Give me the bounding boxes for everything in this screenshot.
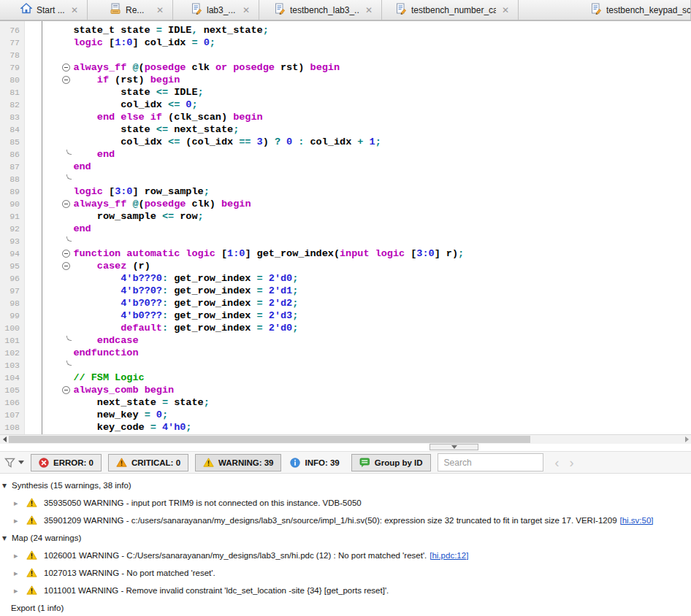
message-row[interactable]: ▸35901209 WARNING - c:/users/sanarayanan…	[0, 512, 691, 529]
line-number: 82	[0, 99, 25, 111]
next-result-button[interactable]: ›	[570, 456, 574, 469]
fold-collapse-toggle[interactable]	[62, 262, 70, 270]
tab-testbench-keypad-scan[interactable]: testbench_keypad_scan	[519, 0, 691, 20]
code-text: default: get_row_index = 2'd0;	[50, 322, 298, 334]
tab-close-icon[interactable]: ✕	[237, 6, 250, 15]
message-group-header[interactable]: ▾Synthesis (15 warnings, 38 info)	[0, 477, 691, 494]
code-line[interactable]: 107 new_key = 0;	[0, 409, 691, 421]
code-line[interactable]: 77 logic [1:0] col_idx = 0;	[0, 36, 691, 49]
fold-collapse-toggle[interactable]	[62, 63, 70, 72]
tab-close-icon[interactable]: ✕	[359, 6, 373, 15]
collapse-expanded-icon[interactable]: ▾	[2, 533, 10, 543]
expand-collapsed-icon[interactable]: ▸	[14, 516, 21, 525]
code-line[interactable]: 86 end	[0, 148, 691, 161]
fold-margin	[25, 235, 50, 247]
code-line[interactable]: 76 state_t state = IDLE, next_state;	[0, 24, 691, 36]
tab-testbench-number-captur[interactable]: testbench_number_captur...✕	[382, 0, 519, 20]
code-line[interactable]: 81 state <= IDLE;	[0, 86, 691, 99]
code-line[interactable]: 100 default: get_row_index = 2'd0;	[0, 322, 691, 334]
tab-lab3[interactable]: lab3_...✕	[173, 0, 259, 20]
code-line[interactable]: 78	[0, 49, 691, 61]
warning-icon	[203, 458, 214, 467]
collapse-expanded-icon[interactable]: ▾	[2, 480, 10, 490]
critical-filter-button[interactable]: CRITICAL: 0	[108, 454, 188, 471]
fold-margin	[25, 136, 50, 148]
splitter-collapse-handle[interactable]	[430, 444, 478, 450]
message-text: 35935050 WARNING - input port TRIM9 is n…	[44, 498, 362, 507]
message-row[interactable]: ▸1026001 WARNING - C:/Users/sanarayanan/…	[0, 547, 691, 564]
code-line[interactable]: 82 col_idx <= 0;	[0, 99, 691, 111]
tab-testbench-lab3[interactable]: testbench_lab3_...✕	[259, 0, 382, 20]
code-line[interactable]: 94 function automatic logic [1:0] get_ro…	[0, 247, 691, 260]
tab-label: Re...	[126, 5, 144, 15]
expand-collapsed-icon[interactable]: ▸	[14, 498, 21, 508]
fold-collapse-toggle[interactable]	[62, 200, 70, 208]
code-line[interactable]: 91 row_sample <= row;	[0, 210, 691, 223]
code-line[interactable]: 79 always_ff @(posedge clk or posedge rs…	[0, 61, 691, 74]
code-line[interactable]: 97 4'b??0?: get_row_index = 2'd1;	[0, 285, 691, 297]
scroll-right-arrow-icon[interactable]	[682, 435, 691, 444]
code-line[interactable]: 104 // FSM Logic	[0, 371, 691, 384]
message-row[interactable]: ▸1027013 WARNING - No port matched 'rese…	[0, 564, 691, 582]
message-source-link[interactable]: [hi.sv:50]	[620, 516, 654, 525]
message-source-link[interactable]: [hi.pdc:12]	[430, 551, 468, 560]
code-line[interactable]: 93	[0, 235, 691, 247]
message-row[interactable]: ▸35935050 WARNING - input port TRIM9 is …	[0, 494, 691, 512]
fold-collapse-toggle[interactable]	[62, 386, 70, 394]
tab-label: testbench_number_captur...	[411, 5, 496, 15]
code-line[interactable]: 95 casez (r)	[0, 260, 691, 272]
tab-start[interactable]: Start ...✕	[0, 0, 88, 20]
message-group-header[interactable]: Export (1 info)	[0, 599, 691, 616]
panel-splitter[interactable]	[0, 444, 691, 451]
info-filter-toggle[interactable]: INFO: 39	[290, 458, 339, 468]
tab-close-icon[interactable]: ✕	[65, 6, 78, 15]
code-line[interactable]: 89 logic [3:0] row_sample;	[0, 185, 691, 198]
tab-label: testbench_lab3_...	[290, 5, 359, 15]
code-line[interactable]: 102 endfunction	[0, 347, 691, 359]
error-filter-button[interactable]: ERROR: 0	[31, 454, 102, 471]
code-line[interactable]: 99 4'b0???: get_row_index = 2'd3;	[0, 309, 691, 322]
scroll-left-arrow-icon[interactable]	[0, 435, 9, 444]
code-line[interactable]: 87 end	[0, 161, 691, 173]
previous-result-button[interactable]: ‹	[555, 456, 560, 469]
code-editor[interactable]: 76 state_t state = IDLE, next_state;77 l…	[0, 21, 691, 434]
code-line[interactable]: 106 next_state = state;	[0, 396, 691, 409]
messages-list: ▾Synthesis (15 warnings, 38 info)▸359350…	[0, 474, 691, 616]
horizontal-scrollbar[interactable]	[0, 434, 691, 444]
line-number: 84	[0, 123, 25, 136]
code-text: end else if (clk_scan) begin	[50, 111, 263, 123]
fold-collapse-toggle[interactable]	[62, 76, 70, 84]
search-input[interactable]	[438, 453, 543, 471]
warning-filter-button[interactable]: WARNING: 39	[195, 454, 281, 471]
code-line[interactable]: 103	[0, 359, 691, 371]
expand-collapsed-icon[interactable]: ▸	[14, 586, 21, 596]
tab-close-icon[interactable]: ✕	[496, 6, 509, 15]
code-line[interactable]: 88	[0, 173, 691, 185]
tab-close-icon[interactable]: ✕	[150, 6, 164, 15]
message-row[interactable]: ▸1011001 WARNING - Remove invalid constr…	[0, 582, 691, 599]
code-line[interactable]: 85 col_idx <= (col_idx == 3) ? 0 : col_i…	[0, 136, 691, 148]
code-line[interactable]: 80 if (rst) begin	[0, 74, 691, 86]
message-group-header[interactable]: ▾Map (24 warnings)	[0, 529, 691, 547]
code-text: end	[50, 148, 115, 161]
fold-collapse-toggle[interactable]	[62, 250, 70, 258]
expand-collapsed-icon[interactable]: ▸	[14, 551, 21, 561]
code-line[interactable]: 108 key_code = 4'h0;	[0, 421, 691, 434]
warning-icon	[26, 550, 37, 561]
code-line[interactable]: 83 end else if (clk_scan) begin	[0, 111, 691, 123]
fold-margin	[25, 371, 50, 384]
code-line[interactable]: 96 4'b???0: get_row_index = 2'd0;	[0, 272, 691, 285]
code-line[interactable]: 90 always_ff @(posedge clk) begin	[0, 198, 691, 210]
code-line[interactable]: 101 endcase	[0, 334, 691, 347]
fold-margin	[25, 173, 50, 185]
code-line[interactable]: 98 4'b?0??: get_row_index = 2'd2;	[0, 297, 691, 309]
code-line[interactable]: 92 end	[0, 223, 691, 235]
expand-collapsed-icon[interactable]: ▸	[14, 569, 21, 578]
code-line[interactable]: 105 always_comb begin	[0, 384, 691, 396]
scrollbar-thumb[interactable]	[9, 436, 530, 443]
group-by-id-button[interactable]: Group by ID	[351, 454, 431, 471]
code-line[interactable]: 84 state <= next_state;	[0, 123, 691, 136]
filter-button[interactable]	[4, 458, 24, 468]
tab-re[interactable]: Re...✕	[88, 0, 173, 20]
line-number: 80	[0, 74, 25, 86]
